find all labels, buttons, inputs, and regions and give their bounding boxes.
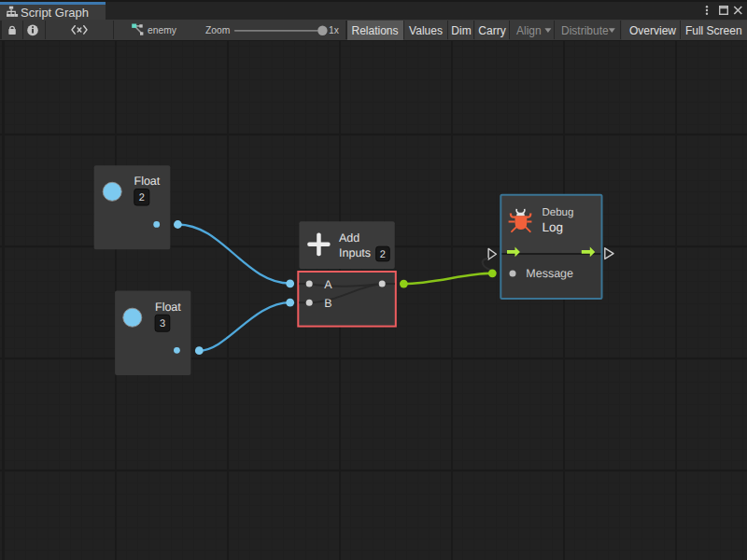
svg-text:Message: Message <box>526 267 573 280</box>
svg-text:Float: Float <box>134 175 161 188</box>
svg-text:3: 3 <box>160 318 165 329</box>
svg-text:B: B <box>324 297 331 310</box>
svg-text:Add: Add <box>339 231 359 245</box>
svg-text:Float: Float <box>155 301 181 314</box>
svg-text:Debug: Debug <box>543 207 574 218</box>
svg-text:2: 2 <box>139 192 145 203</box>
svg-text:Inputs: Inputs <box>339 246 371 259</box>
svg-text:2: 2 <box>380 249 386 260</box>
svg-text:A: A <box>324 278 332 291</box>
svg-text:Log: Log <box>543 220 564 234</box>
